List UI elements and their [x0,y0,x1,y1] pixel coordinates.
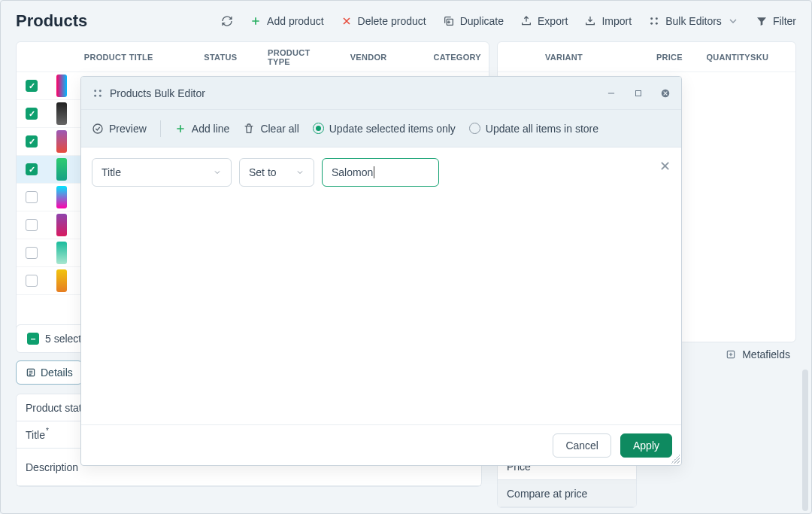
preview-label: Preview [109,123,147,135]
products-table-header: PRODUCT TITLE STATUS PRODUCT TYPE VENDOR… [17,42,489,72]
filter-button[interactable]: Filter [756,15,796,27]
cancel-button[interactable]: Cancel [553,433,611,458]
delete-line-icon[interactable]: ✕ [659,158,671,175]
delete-product-label: Delete product [358,15,426,27]
page-title: Products [16,11,87,31]
bulk-editors-label: Bulk Editors [665,15,722,27]
modal-title: Products Bulk Editor [110,87,205,99]
field-select-value: Title [102,166,121,178]
detail-tabs: Details [16,360,83,385]
bulk-editor-modal: Products Bulk Editor Preview Add line Cl… [80,76,682,466]
product-thumbnail [56,186,67,208]
svg-point-4 [656,23,658,25]
tab-metafields-label: Metafields [742,348,790,360]
svg-point-3 [650,23,653,25]
row-checkbox[interactable] [26,163,38,175]
col-product-title[interactable]: PRODUCT TITLE [77,53,196,62]
svg-point-7 [94,90,96,92]
top-actions: Add product Delete product Duplicate Exp… [221,15,796,27]
product-thumbnail [56,130,67,153]
svg-point-9 [94,94,96,96]
clear-all-button[interactable]: Clear all [243,123,298,135]
update-selected-radio[interactable]: Update selected items only [313,123,456,135]
product-thumbnail [56,102,67,125]
svg-point-13 [93,124,102,133]
product-thumbnail [56,75,67,97]
col-variant[interactable]: VARIANT [498,53,630,62]
value-input-text: Salomon [332,166,373,178]
update-all-radio[interactable]: Update all items in store [469,123,598,135]
modal-body: Title Set to Salomon ✕ [81,148,681,424]
modal-footer: Cancel Apply [81,424,681,465]
row-checkbox[interactable] [26,247,38,259]
tab-metafields[interactable]: Metafields [726,348,790,360]
row-checkbox[interactable] [26,80,38,92]
svg-point-2 [656,17,658,20]
radio-on-icon [313,123,324,134]
col-price[interactable]: PRICE [630,53,683,62]
radio-off-icon [469,123,480,134]
product-thumbnail [56,269,67,292]
close-icon[interactable] [660,88,671,99]
side-compare-at-price[interactable]: Compare at price [498,480,636,507]
row-checkbox[interactable] [26,135,38,148]
export-button[interactable]: Export [520,15,568,27]
col-quantity[interactable]: QUANTITY [683,53,750,62]
vertical-scrollbar[interactable] [802,370,808,511]
row-checkbox[interactable] [26,108,38,120]
modal-toolbar: Preview Add line Clear all Update select… [81,110,681,148]
filter-label: Filter [773,15,796,27]
svg-point-8 [99,90,102,92]
import-label: Import [601,15,632,27]
svg-point-1 [650,17,653,20]
product-thumbnail [56,214,67,236]
variants-table-header: VARIANT PRICE QUANTITY SKU [498,42,795,72]
value-input[interactable]: Salomon [322,158,439,187]
row-checkbox[interactable] [26,275,38,287]
add-line-button[interactable]: Add line [174,123,230,135]
svg-point-10 [99,94,102,96]
export-label: Export [538,15,568,27]
clear-all-label: Clear all [260,123,298,135]
product-thumbnail [56,242,67,264]
import-button[interactable]: Import [584,15,632,27]
operator-select-value: Set to [249,166,277,178]
svg-rect-11 [636,90,641,96]
col-vendor[interactable]: VENDOR [343,53,426,62]
delete-product-button[interactable]: Delete product [341,15,426,27]
field-select[interactable]: Title [92,158,232,187]
row-checkbox[interactable] [26,191,38,203]
add-product-button[interactable]: Add product [250,15,324,27]
col-category[interactable]: CATEGORY [425,53,489,62]
add-line-label: Add line [192,123,230,135]
col-product-type[interactable]: PRODUCT TYPE [260,48,343,66]
duplicate-label: Duplicate [460,15,504,27]
bulk-editors-button[interactable]: Bulk Editors [648,15,739,27]
operator-select[interactable]: Set to [239,158,314,187]
tab-details-label: Details [41,366,73,379]
apply-button[interactable]: Apply [620,433,672,458]
update-all-label: Update all items in store [486,123,598,135]
row-checkbox[interactable] [26,219,38,231]
modal-header[interactable]: Products Bulk Editor [81,77,681,110]
product-thumbnail [56,158,67,181]
preview-button[interactable]: Preview [92,123,147,135]
add-product-label: Add product [267,15,324,27]
resize-grip[interactable] [671,455,680,464]
selection-checkbox[interactable] [27,333,39,345]
maximize-icon[interactable] [633,88,644,99]
topbar: Products Add product Delete product Dupl… [1,1,811,41]
tab-details[interactable]: Details [16,360,83,385]
col-sku[interactable]: SKU [750,53,795,62]
refresh-button[interactable] [221,15,233,27]
update-selected-label: Update selected items only [329,123,456,135]
col-status[interactable]: STATUS [196,53,260,62]
minimize-icon[interactable] [606,88,617,99]
duplicate-button[interactable]: Duplicate [443,15,504,27]
